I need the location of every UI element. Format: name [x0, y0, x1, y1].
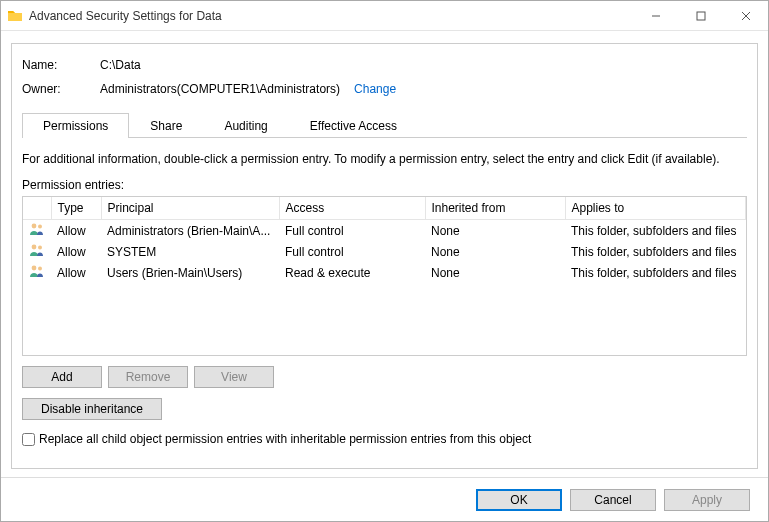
people-icon — [29, 264, 45, 278]
titlebar: Advanced Security Settings for Data — [1, 1, 768, 31]
cell-access: Full control — [279, 241, 425, 262]
cancel-button[interactable]: Cancel — [570, 489, 656, 511]
owner-value: Administrators(COMPUTER1\Administrators) — [100, 82, 340, 96]
close-button[interactable] — [723, 1, 768, 30]
col-applies-header[interactable]: Applies to — [565, 197, 746, 220]
maximize-button[interactable] — [678, 1, 723, 30]
cell-access: Full control — [279, 220, 425, 242]
table-row[interactable]: AllowAdministrators (Brien-Main\A...Full… — [23, 220, 746, 242]
people-icon — [29, 222, 45, 236]
cell-inherited: None — [425, 220, 565, 242]
replace-all-checkbox[interactable] — [22, 433, 35, 446]
col-principal-header[interactable]: Principal — [101, 197, 279, 220]
entries-label: Permission entries: — [22, 178, 747, 192]
col-type-header[interactable]: Type — [51, 197, 101, 220]
add-button[interactable]: Add — [22, 366, 102, 388]
disable-inheritance-row: Disable inheritance — [22, 398, 747, 420]
minimize-button[interactable] — [633, 1, 678, 30]
svg-point-5 — [38, 225, 42, 229]
window: Advanced Security Settings for Data Name… — [0, 0, 769, 522]
permission-entries-table[interactable]: Type Principal Access Inherited from App… — [22, 196, 747, 356]
change-owner-link[interactable]: Change — [354, 82, 396, 96]
table-header-row: Type Principal Access Inherited from App… — [23, 197, 746, 220]
name-label: Name: — [22, 58, 100, 72]
svg-point-9 — [38, 267, 42, 271]
folder-icon — [7, 8, 23, 24]
svg-point-8 — [32, 266, 37, 271]
replace-all-row: Replace all child object permission entr… — [22, 432, 747, 446]
svg-point-6 — [32, 245, 37, 250]
cell-applies: This folder, subfolders and files — [565, 220, 746, 242]
tab-auditing[interactable]: Auditing — [203, 113, 288, 138]
tab-effective-access[interactable]: Effective Access — [289, 113, 418, 138]
tab-bar: Permissions Share Auditing Effective Acc… — [22, 112, 747, 138]
owner-label: Owner: — [22, 82, 100, 96]
tab-share[interactable]: Share — [129, 113, 203, 138]
info-text: For additional information, double-click… — [22, 152, 747, 166]
apply-button: Apply — [664, 489, 750, 511]
people-icon — [29, 243, 45, 257]
tab-permissions[interactable]: Permissions — [22, 113, 129, 138]
svg-rect-1 — [697, 12, 705, 20]
name-value: C:\Data — [100, 58, 141, 72]
cell-principal: Users (Brien-Main\Users) — [101, 262, 279, 283]
cell-inherited: None — [425, 262, 565, 283]
table-row[interactable]: AllowUsers (Brien-Main\Users)Read & exec… — [23, 262, 746, 283]
col-inherited-header[interactable]: Inherited from — [425, 197, 565, 220]
name-row: Name: C:\Data — [22, 58, 747, 72]
owner-row: Owner: Administrators(COMPUTER1\Administ… — [22, 82, 747, 96]
replace-all-label: Replace all child object permission entr… — [39, 432, 531, 446]
entry-buttons: Add Remove View — [22, 366, 747, 388]
cell-applies: This folder, subfolders and files — [565, 262, 746, 283]
cell-type: Allow — [51, 262, 101, 283]
cell-inherited: None — [425, 241, 565, 262]
inner-panel: Name: C:\Data Owner: Administrators(COMP… — [11, 43, 758, 469]
cell-access: Read & execute — [279, 262, 425, 283]
view-button: View — [194, 366, 274, 388]
ok-button[interactable]: OK — [476, 489, 562, 511]
window-controls — [633, 1, 768, 30]
content: Name: C:\Data Owner: Administrators(COMP… — [1, 31, 768, 477]
cell-principal: Administrators (Brien-Main\A... — [101, 220, 279, 242]
cell-principal: SYSTEM — [101, 241, 279, 262]
cell-applies: This folder, subfolders and files — [565, 241, 746, 262]
col-icon-header[interactable] — [23, 197, 51, 220]
cell-type: Allow — [51, 220, 101, 242]
window-title: Advanced Security Settings for Data — [29, 9, 633, 23]
remove-button: Remove — [108, 366, 188, 388]
disable-inheritance-button[interactable]: Disable inheritance — [22, 398, 162, 420]
footer: OK Cancel Apply — [1, 477, 768, 521]
svg-point-4 — [32, 224, 37, 229]
col-access-header[interactable]: Access — [279, 197, 425, 220]
cell-type: Allow — [51, 241, 101, 262]
svg-point-7 — [38, 246, 42, 250]
table-row[interactable]: AllowSYSTEMFull controlNoneThis folder, … — [23, 241, 746, 262]
